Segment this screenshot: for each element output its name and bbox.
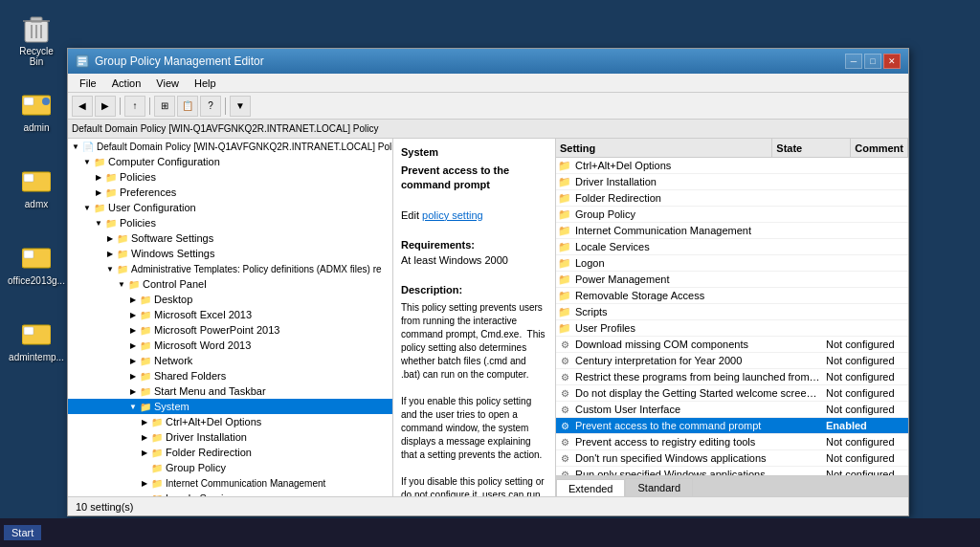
maximize-button[interactable]: □: [864, 54, 881, 69]
menu-file[interactable]: File: [72, 74, 104, 93]
show-hide-button[interactable]: ⊞: [154, 96, 175, 117]
start-button[interactable]: Start: [4, 525, 41, 540]
properties-button[interactable]: 📋: [177, 96, 198, 117]
setting-row-custom-ui[interactable]: ⚙ Custom User Interface Not configured N…: [556, 402, 908, 418]
setting-row-removable-r[interactable]: 📁 Removable Storage Access: [556, 288, 908, 304]
tree-node-folder-redirect[interactable]: ▶ 📁 Folder Redirection: [68, 445, 392, 460]
setting-row-dont-run[interactable]: ⚙ Don't run specified Windows applicatio…: [556, 450, 908, 467]
col-header-comment: Comment: [851, 139, 908, 158]
description-panel: System Prevent access to the command pro…: [393, 139, 556, 496]
requirements-value: At least Windows 2000: [401, 254, 508, 266]
tree-node-ctrl-alt-del[interactable]: ▶ 📁 Ctrl+Alt+Del Options: [68, 414, 392, 429]
menu-bar: File Action View Help: [68, 74, 908, 93]
folder-icon-cad: 📁: [150, 415, 164, 428]
folder-icon-startmenu: 📁: [139, 384, 152, 398]
back-button[interactable]: ◀: [72, 96, 93, 117]
desktop-icon-office2013[interactable]: office2013g...: [8, 239, 65, 290]
setting-row-run-only[interactable]: ⚙ Run only specified Windows application…: [556, 467, 908, 475]
setting-icon-gstarted: ⚙: [561, 388, 569, 399]
setting-row-folder-redirect[interactable]: 📁 Folder Redirection: [556, 190, 908, 207]
setting-row-restrict-programs[interactable]: ⚙ Restrict these programs from being lau…: [556, 369, 908, 385]
tree-node-ms-ppt[interactable]: ▶ 📁 Microsoft PowerPoint 2013: [68, 322, 392, 338]
tree-node-driver-install[interactable]: ▶ 📁 Driver Installation: [68, 429, 392, 445]
tree-node-admin-templates[interactable]: ▼ 📁 Administrative Templates: Policy def…: [68, 261, 392, 276]
tree-node-comp-policies[interactable]: ▶ 📁 Policies: [68, 169, 392, 185]
setting-row-century-year[interactable]: ⚙ Century interpretation for Year 2000 N…: [556, 353, 908, 369]
col-header-state: State: [772, 139, 851, 158]
edit-label: Edit: [401, 209, 419, 221]
folder-icon-locale-r: 📁: [558, 241, 571, 253]
setting-row-user-profiles-r[interactable]: 📁 User Profiles: [556, 320, 908, 337]
tree-node-ms-excel[interactable]: ▶ 📁 Microsoft Excel 2013: [68, 307, 392, 322]
tabs-bar: Extended Standard: [556, 475, 908, 496]
setting-row-driver-install[interactable]: 📁 Driver Installation: [556, 174, 908, 190]
tree-node-default-domain[interactable]: ▼ 📄 Default Domain Policy [WIN-Q1AVFGNKQ…: [68, 139, 392, 154]
tree-node-user-config[interactable]: ▼ 📁 User Configuration: [68, 200, 392, 215]
forward-button[interactable]: ▶: [95, 96, 116, 117]
menu-view[interactable]: View: [148, 74, 187, 93]
setting-row-inet-comm[interactable]: 📁 Internet Communication Management: [556, 223, 908, 239]
desktop-icon-admintemp[interactable]: admintemp...: [8, 316, 65, 366]
title-bar: Group Policy Management Editor ─ □ ✕: [68, 49, 908, 74]
help-button[interactable]: ?: [200, 96, 221, 117]
folder-icon-grouppol: 📁: [150, 461, 164, 474]
svg-point-8: [42, 98, 50, 105]
minimize-button[interactable]: ─: [845, 54, 862, 69]
tree-node-ms-word[interactable]: ▶ 📁 Microsoft Word 2013: [68, 338, 392, 353]
setting-row-download-com[interactable]: ⚙ Download missing COM components Not co…: [556, 337, 908, 353]
tab-extended[interactable]: Extended: [556, 479, 625, 496]
desktop-icon-admx[interactable]: admx: [8, 163, 65, 213]
settings-list: 📁 Ctrl+Alt+Del Options 📁 Driver Installa…: [556, 158, 908, 475]
desktop-icon-admin[interactable]: admin: [8, 86, 65, 137]
tree-node-system[interactable]: ▼ 📁 System: [68, 399, 392, 414]
menu-help[interactable]: Help: [187, 74, 224, 93]
folder-icon-user-policies: 📁: [104, 216, 118, 230]
tree-node-software-settings[interactable]: ▶ 📁 Software Settings: [68, 230, 392, 246]
folder-icon-inet: 📁: [150, 476, 164, 490]
setting-row-locale-services[interactable]: 📁 Locale Services: [556, 239, 908, 255]
requirements-label: Requirements:: [401, 239, 475, 251]
folder-icon-computer: 📁: [93, 155, 106, 168]
folder-icon-folderredirect-r: 📁: [558, 192, 571, 205]
main-window: Group Policy Management Editor ─ □ ✕ Fil…: [67, 48, 909, 516]
toolbar-separator-3: [225, 98, 226, 115]
setting-row-getting-started[interactable]: ⚙ Do not display the Getting Started wel…: [556, 385, 908, 402]
desktop-icon-recycle-bin[interactable]: Recycle Bin: [8, 10, 65, 71]
folder-icon-driver: 📁: [150, 430, 164, 444]
tree-node-shared-folders[interactable]: ▶ 📁 Shared Folders: [68, 368, 392, 383]
settings-panel: Setting State Comment 📁 Ctrl+Alt+Del Opt…: [556, 139, 908, 496]
tree-node-user-policies[interactable]: ▼ 📁 Policies: [68, 215, 392, 230]
tree-node-group-policy[interactable]: 📁 Group Policy: [68, 460, 392, 475]
tree-node-control-panel[interactable]: ▼ 📁 Control Panel: [68, 276, 392, 292]
content-area: ▼ 📄 Default Domain Policy [WIN-Q1AVFGNKQ…: [68, 139, 908, 496]
setting-row-ctrl-alt-del[interactable]: 📁 Ctrl+Alt+Del Options: [556, 158, 908, 174]
setting-icon-dontrun: ⚙: [561, 453, 569, 464]
setting-row-prevent-cmd[interactable]: ⚙ Prevent access to the command prompt E…: [556, 418, 908, 434]
folder-icon-user-config: 📁: [93, 201, 106, 214]
up-button[interactable]: ↑: [124, 96, 145, 117]
tree-node-desktop[interactable]: ▶ 📁 Desktop: [68, 292, 392, 307]
svg-rect-7: [24, 98, 33, 105]
folder-icon-redirect: 📁: [150, 446, 164, 459]
setting-row-group-policy-r[interactable]: 📁 Group Policy: [556, 207, 908, 223]
svg-rect-12: [24, 251, 33, 258]
policy-link[interactable]: policy setting: [422, 209, 483, 221]
tree-node-start-menu[interactable]: ▶ 📁 Start Menu and Taskbar: [68, 383, 392, 399]
setting-row-prevent-registry[interactable]: ⚙ Prevent access to registry editing too…: [556, 434, 908, 450]
tab-standard[interactable]: Standard: [625, 478, 693, 496]
tree-node-comp-preferences[interactable]: ▶ 📁 Preferences: [68, 185, 392, 200]
folder-icon-scripts-r: 📁: [558, 306, 571, 318]
close-button[interactable]: ✕: [883, 54, 901, 69]
setting-row-scripts-r[interactable]: 📁 Scripts: [556, 304, 908, 320]
tree-node-computer-config[interactable]: ▼ 📁 Computer Configuration: [68, 154, 392, 169]
status-bar: 10 setting(s): [68, 496, 908, 515]
tree-node-windows-settings[interactable]: ▶ 📁 Windows Settings: [68, 246, 392, 261]
folder-icon-removable-r: 📁: [558, 290, 571, 302]
tree-node-inet-comm[interactable]: ▶ 📁 Internet Communication Management: [68, 475, 392, 491]
filter-button[interactable]: ▼: [230, 96, 251, 117]
tree-node-network[interactable]: ▶ 📁 Network: [68, 353, 392, 368]
setting-row-logon-r[interactable]: 📁 Logon: [556, 255, 908, 272]
folder-icon-excel: 📁: [139, 308, 152, 321]
menu-action[interactable]: Action: [104, 74, 149, 93]
setting-row-power-mgmt-r[interactable]: 📁 Power Management: [556, 272, 908, 288]
